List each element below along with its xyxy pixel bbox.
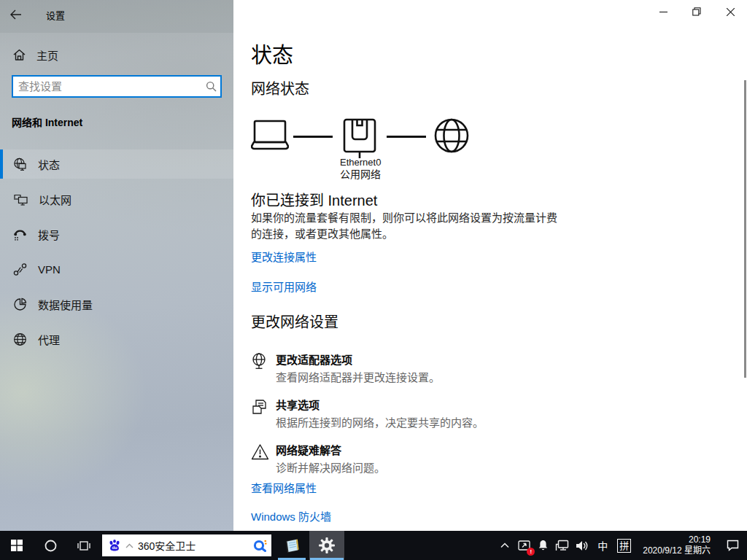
sidebar-item-label: 代理	[38, 332, 60, 347]
internet-globe-icon	[433, 117, 470, 154]
sidebar-nav: 状态 以太网 拨号	[0, 149, 233, 359]
ethernet-icon	[13, 193, 28, 206]
sidebar-item-label: 状态	[38, 157, 60, 172]
home-icon	[13, 49, 26, 61]
warning-triangle-icon	[251, 443, 269, 460]
sidebar: 设置 主页 网络和 Internet 状态	[0, 0, 233, 531]
ethernet-plug-icon	[343, 118, 378, 159]
sidebar-item-ethernet[interactable]: 以太网	[0, 184, 233, 214]
task-view-button[interactable]	[67, 531, 101, 560]
scrollbar-thumb[interactable]	[744, 80, 746, 378]
item-title: 更改适配器选项	[276, 351, 587, 367]
show-available-networks-link[interactable]: 显示可用网络	[251, 279, 317, 294]
start-button[interactable]	[0, 531, 34, 560]
bell-icon	[538, 540, 549, 551]
sidebar-item-vpn[interactable]: VPN	[0, 254, 233, 284]
vpn-icon	[13, 263, 27, 276]
laptop-icon	[251, 120, 289, 152]
restore-button[interactable]	[680, 0, 713, 23]
sharing-options-icon	[251, 398, 268, 416]
settings-search-input[interactable]	[13, 77, 201, 96]
connection-description: 如果你的流量套餐有限制，则你可以将此网络设置为按流量计费的连接，或者更改其他属性…	[251, 210, 557, 242]
adapter-options-icon	[251, 353, 268, 370]
sidebar-section-label: 网络和 Internet	[12, 114, 82, 129]
baidu-icon: du	[108, 539, 121, 552]
360-search-icon[interactable]	[253, 539, 267, 553]
chevron-up-icon	[500, 542, 509, 548]
ime-mode-indicator[interactable]: 拼	[617, 539, 631, 553]
task-view-icon	[77, 540, 90, 551]
tray-show-hidden-icons[interactable]	[496, 531, 514, 560]
proxy-globe-icon	[13, 332, 27, 346]
back-button[interactable]	[0, 0, 31, 29]
system-tray: !	[496, 531, 747, 560]
taskbar-app-notepad[interactable]	[274, 531, 309, 560]
cortana-circle-icon	[44, 540, 57, 552]
minimize-button[interactable]	[646, 0, 680, 23]
change-adapter-options-item[interactable]: 更改适配器选项 查看网络适配器并更改连接设置。	[251, 351, 587, 384]
view-network-properties-link[interactable]: 查看网络属性	[251, 480, 317, 495]
search-icon[interactable]	[201, 81, 220, 92]
tray-notification-bell[interactable]	[534, 531, 551, 560]
taskbar-search-box[interactable]: du 360安全卫士	[102, 534, 271, 556]
windows-logo-icon	[11, 540, 23, 551]
tray-security-center[interactable]: !	[514, 531, 534, 560]
network-status-heading: 网络状态	[251, 77, 309, 98]
taskbar-search-text: 360安全卫士	[138, 538, 253, 553]
sidebar-item-data-usage[interactable]: 数据使用量	[0, 289, 233, 319]
item-title: 网络疑难解答	[276, 442, 587, 457]
action-center-icon	[727, 540, 739, 551]
ime-language-indicator[interactable]: 中	[592, 538, 613, 553]
dialup-phone-icon	[13, 228, 27, 241]
connected-heading: 你已连接到 Internet	[251, 189, 377, 210]
network-troubleshooter-item[interactable]: 网络疑难解答 诊断并解决网络问题。	[251, 442, 587, 475]
minimize-icon	[659, 8, 667, 16]
tray-volume[interactable]	[572, 531, 592, 560]
cortana-button[interactable]	[34, 531, 67, 560]
notepad-icon	[283, 537, 301, 555]
clock-time: 20:19	[643, 534, 711, 545]
sidebar-item-label: 以太网	[39, 192, 71, 207]
clock-date: 2020/9/12 星期六	[643, 545, 711, 556]
item-description: 诊断并解决网络问题。	[276, 459, 587, 475]
connection-name: Ethernet0	[340, 156, 381, 168]
window-controls	[646, 0, 747, 23]
gear-icon	[318, 537, 336, 554]
window-title: 设置	[46, 8, 65, 22]
change-connection-properties-link[interactable]: 更改连接属性	[251, 249, 317, 264]
sidebar-home-label: 主页	[36, 47, 58, 63]
network-type: 公用网络	[340, 168, 381, 181]
back-arrow-icon	[9, 9, 22, 20]
svg-text:du: du	[112, 545, 117, 550]
taskbar-clock[interactable]: 20:19 2020/9/12 星期六	[637, 534, 718, 556]
sidebar-item-label: 数据使用量	[38, 297, 93, 312]
windows-firewall-link[interactable]: Windows 防火墙	[251, 508, 331, 524]
sidebar-item-proxy[interactable]: 代理	[0, 324, 233, 354]
taskbar-app-settings[interactable]	[309, 531, 344, 560]
item-title: 共享选项	[276, 397, 587, 412]
network-diagram	[251, 117, 484, 159]
sidebar-item-home[interactable]: 主页	[0, 41, 233, 69]
action-center-button[interactable]	[718, 531, 747, 560]
titlebar-left: 设置	[0, 0, 233, 29]
speaker-icon	[576, 540, 589, 551]
restore-icon	[692, 7, 701, 16]
data-usage-pie-icon	[13, 298, 27, 311]
sidebar-item-label: 拨号	[38, 227, 60, 242]
tray-network[interactable]	[551, 531, 572, 560]
connection-line	[387, 136, 426, 138]
sidebar-item-dialup[interactable]: 拨号	[0, 219, 233, 249]
sidebar-item-status[interactable]: 状态	[0, 149, 233, 179]
chevron-up-icon[interactable]	[125, 543, 133, 548]
close-button[interactable]	[713, 0, 747, 23]
change-network-settings-heading: 更改网络设置	[251, 311, 338, 332]
sidebar-item-label: VPN	[38, 263, 61, 276]
ethernet-network-icon	[555, 540, 569, 551]
settings-window: 设置 主页 网络和 Internet 状态	[0, 0, 747, 531]
main-content: 状态 网络状态	[233, 0, 747, 531]
connection-line	[293, 136, 333, 138]
item-description: 根据所连接到的网络，决定要共享的内容。	[276, 414, 587, 429]
taskbar: du 360安全卫士	[0, 531, 747, 560]
sharing-options-item[interactable]: 共享选项 根据所连接到的网络，决定要共享的内容。	[251, 397, 587, 429]
network-status-icon	[13, 158, 27, 171]
